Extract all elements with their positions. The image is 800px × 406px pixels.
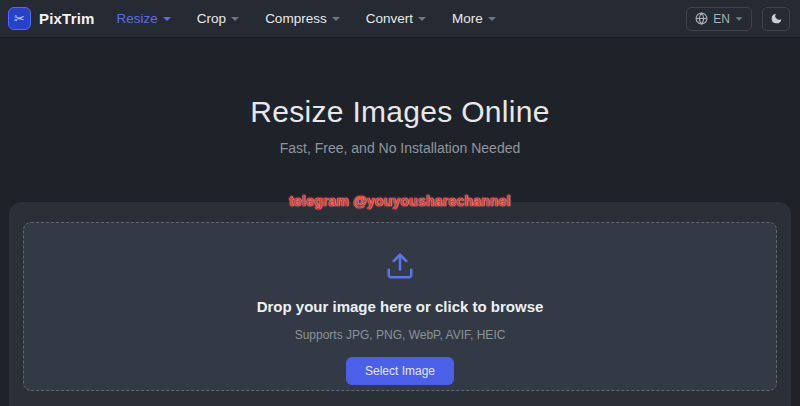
upload-icon — [385, 251, 415, 281]
chevron-down-icon — [231, 17, 239, 21]
nav-item-label: More — [452, 11, 483, 26]
supported-formats: Supports JPG, PNG, WebP, AVIF, HEIC — [24, 328, 776, 342]
chevron-down-icon — [488, 17, 496, 21]
nav-item-label: Convert — [366, 11, 413, 26]
chevron-down-icon — [332, 17, 340, 21]
moon-icon — [770, 12, 783, 25]
chevron-down-icon — [163, 17, 171, 21]
hero-section: Resize Images Online Fast, Free, and No … — [0, 38, 800, 209]
theme-toggle-button[interactable] — [762, 7, 790, 31]
select-image-button[interactable]: Select Image — [346, 357, 454, 385]
nav-menu: Resize Crop Compress Convert More — [117, 11, 496, 26]
watermark-text: telegram @youyousharechannel — [0, 193, 800, 209]
nav-item-label: Resize — [117, 11, 158, 26]
chevron-down-icon — [736, 17, 743, 20]
nav-item-more[interactable]: More — [452, 11, 496, 26]
nav-item-resize[interactable]: Resize — [117, 11, 171, 26]
image-dropzone[interactable]: Drop your image here or click to browse … — [23, 222, 777, 391]
navbar: ✂ PixTrim Resize Crop Compress Convert M… — [0, 0, 800, 38]
page-subtitle: Fast, Free, and No Installation Needed — [0, 140, 800, 156]
nav-item-convert[interactable]: Convert — [366, 11, 426, 26]
chevron-down-icon — [418, 17, 426, 21]
brand-name: PixTrim — [39, 10, 95, 27]
page-title: Resize Images Online — [0, 38, 800, 129]
uploader-card: Drop your image here or click to browse … — [9, 202, 791, 406]
language-selector[interactable]: EN — [686, 7, 752, 31]
scissors-icon: ✂ — [8, 7, 31, 30]
nav-item-compress[interactable]: Compress — [265, 11, 340, 26]
nav-item-label: Compress — [265, 11, 327, 26]
language-label: EN — [713, 12, 730, 26]
navbar-right: EN — [686, 7, 790, 31]
globe-icon — [695, 12, 708, 25]
dropzone-headline: Drop your image here or click to browse — [24, 298, 776, 315]
nav-item-crop[interactable]: Crop — [197, 11, 239, 26]
nav-item-label: Crop — [197, 11, 226, 26]
brand-logo[interactable]: ✂ PixTrim — [8, 7, 95, 30]
